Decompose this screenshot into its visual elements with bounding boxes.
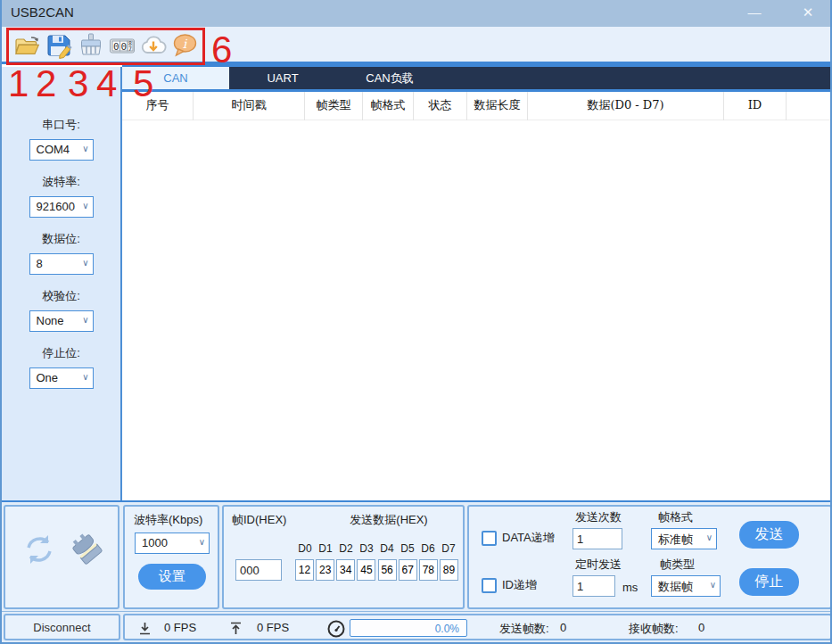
serial-port-field: 串口号: COM4 ∨ [2,117,120,161]
rx-fps-value: 0 FPS [164,621,196,634]
sent-frames-value: 0 [560,621,566,634]
can-baudrate-label: 波特率(Kbps) [134,512,202,528]
send-count-input[interactable] [573,528,622,549]
frame-type-select[interactable]: 数据帧 ∨ [651,575,721,597]
tx-fps-value: 0 FPS [257,621,289,634]
byte-input-d0[interactable] [295,559,314,581]
chevron-down-icon: ∨ [706,533,713,542]
byte-input-d2[interactable] [336,559,355,581]
col-frame-format: 帧格式 [363,92,414,120]
serial-port-label: 串口号: [2,117,120,133]
col-frame-type: 帧类型 [305,92,363,120]
tab-can-load[interactable]: CAN负载 [336,67,443,89]
byte-label-d0: D0 [295,542,315,555]
byte-input-d5[interactable] [399,559,417,581]
frame-id-input[interactable] [235,559,282,581]
received-frames-label: 接收帧数: [629,621,679,637]
col-index: 序号 [122,92,194,120]
send-button[interactable]: 发送 [739,521,799,549]
id-increment-checkbox[interactable]: ID递增 [482,577,537,593]
col-timestamp: 时间戳 [194,92,305,120]
col-data-bytes: 数据(D0 - D7) [528,92,724,120]
app-window: USB2CAN — ✕ [0,0,832,644]
frame-format-select[interactable]: 标准帧 ∨ [651,528,717,549]
svg-text:7: 7 [128,45,132,53]
serial-port-select[interactable]: COM4 ∨ [29,139,94,161]
stop-button[interactable]: 停止 [739,568,799,596]
refresh-icon[interactable] [18,528,61,574]
svg-text:0: 0 [113,41,119,53]
byte-label-d2: D2 [336,542,356,555]
stopbits-label: 停止位: [2,345,120,361]
gauge-icon [326,619,346,642]
sent-frames-label: 发送帧数: [499,621,549,637]
frame-table-header: 序号 时间戳 帧类型 帧格式 状态 数据长度 数据(D0 - D7) ID [122,92,832,120]
byte-label-d3: D3 [357,542,376,555]
download-arrow-icon [137,621,152,640]
open-file-icon[interactable] [13,31,42,60]
timed-send-input[interactable] [573,575,615,597]
frame-data-box: 帧ID(HEX) 发送数据(HEX) D0 D1 D2 D3 D4 D5 D6 … [222,505,465,609]
cloud-download-icon[interactable] [139,31,168,60]
title-bar: USB2CAN — ✕ [2,0,830,27]
chevron-down-icon: ∨ [710,580,716,590]
serial-settings-sidebar: 串口号: COM4 ∨ 波特率: 921600 ∨ 数据位: 8 ∨ 校验位: … [2,67,122,500]
baudrate-select[interactable]: 921600 ∨ [29,196,94,218]
chevron-down-icon: ∨ [199,537,205,547]
timed-send-label: 定时发送 [575,557,622,573]
checkbox-icon [482,578,497,593]
stopbits-select[interactable]: One ∨ [29,367,94,389]
chevron-down-icon: ∨ [82,315,88,325]
tab-uart[interactable]: UART [229,67,336,89]
parity-field: 校验位: None ∨ [2,288,120,332]
minimize-button[interactable]: — [739,0,770,27]
close-button[interactable]: ✕ [793,0,823,27]
send-data-label: 发送数据(HEX) [317,512,460,528]
byte-input-d3[interactable] [357,559,375,581]
byte-input-d7[interactable] [440,559,458,581]
stopbits-field: 停止位: One ∨ [2,345,120,389]
chevron-down-icon: ∨ [82,144,88,153]
col-id: ID [724,92,787,120]
send-count-label: 发送次数 [575,509,622,525]
svg-text:0: 0 [120,41,127,53]
byte-input-d1[interactable] [316,559,334,581]
databits-select[interactable]: 8 ∨ [29,253,94,275]
info-icon[interactable]: i [170,31,199,60]
byte-label-d7: D7 [439,542,458,555]
clear-brush-icon[interactable] [77,31,105,60]
connection-tools-box [4,505,119,609]
parity-select[interactable]: None ∨ [29,310,94,332]
col-status: 状态 [414,92,467,120]
frame-id-label: 帧ID(HEX) [232,512,286,528]
send-panel: 波特率(Kbps) 1000 ∨ 设置 帧ID(HEX) 发送数据(HEX) D… [2,500,830,611]
can-baudrate-select[interactable]: 1000 ∨ [135,533,210,554]
toolbar: 0 0 8 7 i [2,27,830,64]
baudrate-field: 波特率: 921600 ∨ [2,174,120,218]
chevron-down-icon: ∨ [82,201,88,211]
tab-can[interactable]: CAN [122,67,229,89]
window-title: USB2CAN [11,4,74,20]
byte-input-d6[interactable] [419,559,438,581]
byte-label-d4: D4 [377,542,397,555]
checkbox-icon [482,531,497,546]
bus-load-progressbar: 0.0% [350,619,467,637]
connection-status: Disconnect [4,614,120,640]
connector-plug-icon[interactable] [68,530,107,573]
frame-table-body[interactable] [122,120,832,500]
send-options-box: DATA递增 ID递增 发送次数 定时发送 ms 帧格式 标准帧 ∨ 帧类型 数… [467,505,832,609]
databits-label: 数据位: [2,231,120,247]
baudrate-label: 波特率: [2,174,120,190]
status-metrics-box: 0 FPS 0 FPS 0.0% 发送帧数: 0 接收帧数: 0 [123,614,832,640]
databits-field: 数据位: 8 ∨ [2,231,120,275]
byte-label-d6: D6 [418,542,438,555]
data-increment-checkbox[interactable]: DATA递增 [482,530,555,546]
byte-label-d5: D5 [398,542,417,555]
set-baudrate-button[interactable]: 设置 [138,564,206,590]
save-icon[interactable] [45,31,73,60]
counter-icon[interactable]: 0 0 8 7 [108,31,136,60]
byte-input-row [295,559,458,581]
byte-input-d4[interactable] [378,559,397,581]
col-filler [787,92,832,120]
byte-label-d1: D1 [316,542,335,555]
